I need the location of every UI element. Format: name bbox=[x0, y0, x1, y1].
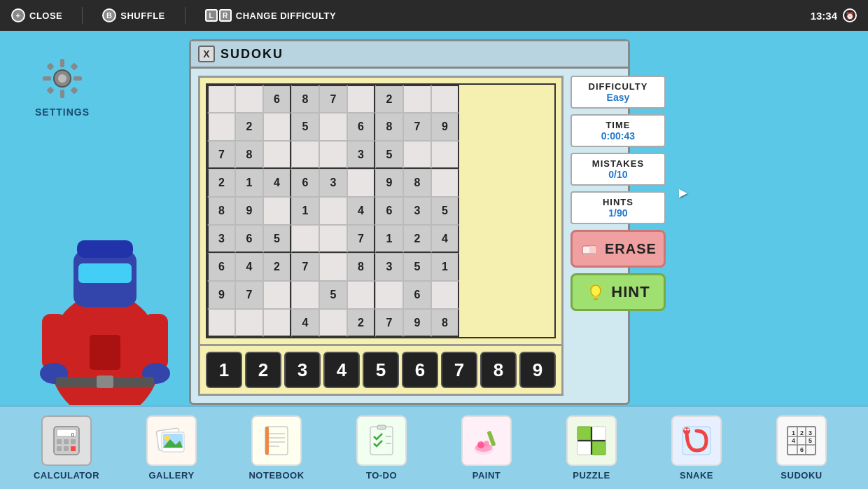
table-row[interactable]: 9 bbox=[207, 281, 235, 309]
table-row[interactable]: 3 bbox=[207, 225, 235, 253]
table-row[interactable]: 5 bbox=[291, 113, 319, 141]
table-row[interactable]: 2 bbox=[403, 225, 431, 253]
table-row[interactable]: 8 bbox=[291, 85, 319, 113]
number-button-2[interactable]: 2 bbox=[245, 352, 281, 388]
table-row[interactable]: 7 bbox=[207, 141, 235, 169]
table-row[interactable] bbox=[263, 197, 291, 225]
table-row[interactable]: 1 bbox=[235, 169, 263, 197]
table-row[interactable]: 6 bbox=[235, 225, 263, 253]
number-button-1[interactable]: 1 bbox=[206, 352, 242, 388]
table-row[interactable] bbox=[347, 281, 375, 309]
table-row[interactable] bbox=[319, 309, 347, 337]
table-row[interactable]: 3 bbox=[403, 197, 431, 225]
table-row[interactable] bbox=[319, 141, 347, 169]
table-row[interactable] bbox=[263, 309, 291, 337]
table-row[interactable]: 1 bbox=[375, 225, 403, 253]
app-notebook[interactable]: NOTEBOOK bbox=[234, 415, 318, 481]
table-row[interactable]: 7 bbox=[375, 309, 403, 337]
table-row[interactable] bbox=[403, 141, 431, 169]
table-row[interactable]: 8 bbox=[235, 141, 263, 169]
table-row[interactable]: 6 bbox=[291, 169, 319, 197]
table-row[interactable]: 8 bbox=[207, 197, 235, 225]
table-row[interactable]: 8 bbox=[403, 169, 431, 197]
table-row[interactable]: 6 bbox=[347, 113, 375, 141]
window-close-button[interactable]: X bbox=[198, 46, 215, 62]
close-item[interactable]: + CLOSE bbox=[11, 8, 62, 22]
table-row[interactable]: 2 bbox=[375, 85, 403, 113]
table-row[interactable]: 4 bbox=[291, 309, 319, 337]
table-row[interactable]: 3 bbox=[347, 141, 375, 169]
table-row[interactable]: 4 bbox=[263, 169, 291, 197]
table-row[interactable]: 9 bbox=[235, 197, 263, 225]
number-button-5[interactable]: 5 bbox=[363, 352, 399, 388]
sudoku-grid[interactable]: 6872256879783521463988914635365712464278… bbox=[206, 83, 556, 338]
settings-widget[interactable]: SETTINGS bbox=[35, 56, 90, 118]
table-row[interactable] bbox=[263, 113, 291, 141]
hint-button[interactable]: HINT bbox=[570, 273, 666, 311]
table-row[interactable] bbox=[319, 113, 347, 141]
number-button-6[interactable]: 6 bbox=[402, 352, 438, 388]
number-button-4[interactable]: 4 bbox=[323, 352, 360, 388]
table-row[interactable] bbox=[403, 85, 431, 113]
table-row[interactable]: 7 bbox=[347, 225, 375, 253]
table-row[interactable]: 4 bbox=[347, 197, 375, 225]
app-calculator[interactable]: 0 CALCULATOR bbox=[24, 415, 108, 481]
table-row[interactable]: 5 bbox=[375, 141, 403, 169]
table-row[interactable]: 7 bbox=[403, 113, 431, 141]
table-row[interactable]: 5 bbox=[431, 197, 459, 225]
table-row[interactable]: 9 bbox=[403, 309, 431, 337]
app-gallery[interactable]: GALLERY bbox=[130, 415, 214, 481]
table-row[interactable]: 6 bbox=[375, 197, 403, 225]
table-row[interactable] bbox=[207, 85, 235, 113]
table-row[interactable]: 7 bbox=[319, 85, 347, 113]
table-row[interactable] bbox=[291, 141, 319, 169]
table-row[interactable]: 8 bbox=[347, 253, 375, 281]
table-row[interactable]: 5 bbox=[403, 253, 431, 281]
table-row[interactable]: 3 bbox=[375, 253, 403, 281]
table-row[interactable] bbox=[235, 85, 263, 113]
app-sudoku[interactable]: 1 2 3 4 5 6 SUDOKU bbox=[760, 415, 844, 481]
table-row[interactable] bbox=[235, 309, 263, 337]
table-row[interactable]: 6 bbox=[207, 253, 235, 281]
table-row[interactable]: 2 bbox=[207, 169, 235, 197]
table-row[interactable]: 7 bbox=[235, 281, 263, 309]
table-row[interactable]: 4 bbox=[235, 253, 263, 281]
table-row[interactable]: 7 bbox=[291, 253, 319, 281]
erase-button[interactable]: ERASE bbox=[570, 230, 666, 268]
app-snake[interactable]: SNAKE bbox=[654, 415, 738, 481]
table-row[interactable]: 1 bbox=[291, 197, 319, 225]
table-row[interactable] bbox=[319, 253, 347, 281]
table-row[interactable]: 9 bbox=[375, 169, 403, 197]
table-row[interactable] bbox=[263, 141, 291, 169]
table-row[interactable] bbox=[347, 169, 375, 197]
table-row[interactable] bbox=[319, 225, 347, 253]
table-row[interactable] bbox=[207, 309, 235, 337]
table-row[interactable]: 3 bbox=[319, 169, 347, 197]
table-row[interactable] bbox=[207, 113, 235, 141]
table-row[interactable]: 5 bbox=[319, 281, 347, 309]
table-row[interactable]: 2 bbox=[347, 309, 375, 337]
table-row[interactable] bbox=[431, 169, 459, 197]
table-row[interactable]: 5 bbox=[263, 225, 291, 253]
table-row[interactable]: 9 bbox=[431, 113, 459, 141]
table-row[interactable] bbox=[263, 281, 291, 309]
change-difficulty-item[interactable]: L R CHANGE DIFFICULTY bbox=[205, 9, 336, 22]
number-button-8[interactable]: 8 bbox=[480, 352, 517, 388]
number-button-9[interactable]: 9 bbox=[519, 352, 556, 388]
app-paint[interactable]: PAINT bbox=[444, 415, 528, 481]
number-button-3[interactable]: 3 bbox=[284, 352, 321, 388]
table-row[interactable] bbox=[431, 85, 459, 113]
app-puzzle[interactable]: PUZZLE bbox=[550, 415, 634, 481]
table-row[interactable]: 4 bbox=[431, 225, 459, 253]
table-row[interactable]: 6 bbox=[263, 85, 291, 113]
table-row[interactable] bbox=[291, 225, 319, 253]
table-row[interactable]: 6 bbox=[403, 281, 431, 309]
table-row[interactable] bbox=[431, 281, 459, 309]
number-button-7[interactable]: 7 bbox=[441, 352, 477, 388]
table-row[interactable] bbox=[431, 141, 459, 169]
table-row[interactable] bbox=[291, 281, 319, 309]
table-row[interactable]: 2 bbox=[263, 253, 291, 281]
table-row[interactable] bbox=[347, 85, 375, 113]
table-row[interactable]: 8 bbox=[375, 113, 403, 141]
table-row[interactable]: 2 bbox=[235, 113, 263, 141]
